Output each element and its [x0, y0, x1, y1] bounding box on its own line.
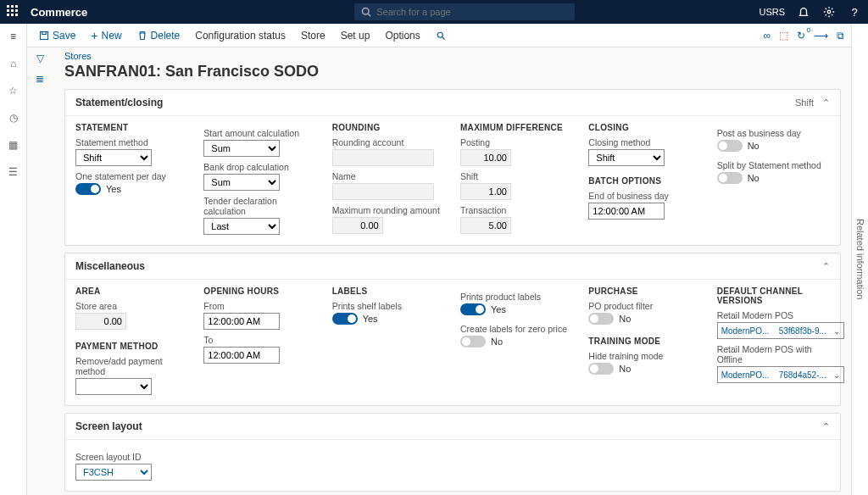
posting-input[interactable]	[460, 149, 511, 166]
office-icon[interactable]: ⬚	[779, 30, 788, 42]
store-area-input[interactable]	[75, 313, 126, 330]
rounding-name	[332, 183, 434, 200]
rounding-account-input[interactable]	[332, 149, 434, 166]
po-filter-toggle[interactable]: No	[588, 313, 701, 325]
star-icon[interactable]: ☆	[8, 85, 18, 97]
help-icon[interactable]: ?	[848, 5, 861, 19]
post-bus-day-toggle[interactable]: No	[717, 140, 830, 152]
chevron-up-icon	[822, 260, 830, 272]
page-title: SANFRAN01: San Francisco SODO	[64, 63, 841, 81]
zero-price-toggle[interactable]: No	[460, 336, 573, 348]
main-content: Stores SANFRAN01: San Francisco SODO Sta…	[27, 47, 851, 495]
top-navbar: Commerce USRS ?	[0, 0, 868, 24]
screen-layout-select[interactable]: F3CSH	[75, 464, 152, 481]
split-stmt-toggle[interactable]: No	[717, 172, 830, 184]
version-pos-picker[interactable]: ModernPO...53f68f3b-9...⌄	[717, 322, 844, 339]
user-label[interactable]: USRS	[759, 7, 785, 17]
global-search[interactable]	[354, 3, 575, 20]
training-toggle[interactable]: No	[588, 363, 701, 375]
right-rail[interactable]: Related information	[851, 24, 868, 495]
refresh-icon[interactable]: ↻0	[797, 30, 805, 42]
tender-decl-select[interactable]: Last	[203, 218, 280, 235]
shift-input[interactable]	[460, 183, 511, 200]
store-menu[interactable]: Store	[294, 27, 332, 44]
closing-method-select[interactable]: Shift	[588, 149, 665, 166]
list-icon[interactable]: ☰	[8, 166, 18, 178]
hours-from-input[interactable]	[203, 313, 280, 330]
start-calc-select[interactable]: Sum	[203, 140, 280, 157]
setup-menu[interactable]: Set up	[334, 27, 377, 44]
link-icon[interactable]: ∞	[763, 30, 771, 42]
config-status-button[interactable]: Configuration status	[188, 27, 292, 44]
panel-screen-header[interactable]: Screen layout	[65, 414, 840, 440]
attach-icon[interactable]: ⟶	[814, 30, 828, 42]
breadcrumb[interactable]: Stores	[64, 51, 841, 61]
svg-point-5	[437, 32, 442, 37]
popout-icon[interactable]: ⧉	[837, 30, 844, 42]
panel-misc: Miscellaneous AREA Store area PAYMENT ME…	[64, 253, 841, 406]
hours-to-input[interactable]	[203, 347, 280, 364]
delete-button[interactable]: Delete	[131, 27, 187, 44]
eob-input[interactable]	[588, 203, 665, 220]
svg-line-6	[442, 36, 444, 39]
panel-screen: Screen layout Screen layout ID F3CSH	[64, 413, 841, 492]
module-icon[interactable]: ▦	[8, 139, 18, 151]
filter-bar: ▽ ≣	[27, 47, 53, 90]
version-pos-offline-picker[interactable]: ModernPO...768d4a52-...⌄	[717, 366, 844, 383]
svg-point-2	[827, 10, 831, 14]
save-button[interactable]: Save	[32, 27, 82, 44]
related-info-label[interactable]: Related information	[855, 219, 865, 299]
panel-statement-header[interactable]: Statement/closing Shift	[65, 90, 840, 116]
burger-icon[interactable]: ≡	[10, 31, 16, 42]
svg-point-0	[363, 8, 370, 15]
panel-statement: Statement/closing Shift STATEMENT Statem…	[64, 89, 841, 246]
home-icon[interactable]: ⌂	[10, 58, 16, 70]
search-icon	[361, 7, 371, 17]
svg-line-1	[368, 14, 370, 16]
left-rail: ≡ ⌂ ☆ ◷ ▦ ☰	[0, 24, 27, 495]
search-input[interactable]	[376, 7, 568, 17]
trans-input[interactable]	[460, 217, 511, 234]
recent-icon[interactable]: ◷	[9, 112, 18, 124]
cmd-search-icon[interactable]	[429, 28, 453, 43]
new-button[interactable]: +New	[84, 26, 128, 45]
statement-method-select[interactable]: Shift	[75, 149, 152, 166]
product-labels-toggle[interactable]: Yes	[460, 303, 573, 315]
one-statement-toggle[interactable]: Yes	[75, 183, 188, 195]
chevron-up-icon	[822, 420, 830, 432]
bell-icon[interactable]	[797, 5, 810, 19]
app-launcher-icon[interactable]	[7, 5, 20, 19]
sort-icon[interactable]: ≣	[36, 73, 44, 85]
command-bar: Save +New Delete Configuration status St…	[0, 24, 868, 47]
bank-drop-select[interactable]: Sum	[203, 174, 280, 191]
chevron-up-icon	[822, 97, 830, 108]
panel-misc-header[interactable]: Miscellaneous	[65, 253, 840, 280]
filter-icon[interactable]: ▽	[36, 53, 44, 64]
svg-rect-3	[41, 31, 48, 39]
shelf-labels-toggle[interactable]: Yes	[332, 313, 445, 325]
gear-icon[interactable]	[822, 5, 836, 19]
brand-label: Commerce	[31, 6, 87, 19]
payment-method-select[interactable]	[75, 378, 152, 395]
options-menu[interactable]: Options	[378, 27, 426, 44]
max-rounding-input[interactable]	[332, 217, 383, 234]
svg-rect-4	[42, 31, 47, 34]
